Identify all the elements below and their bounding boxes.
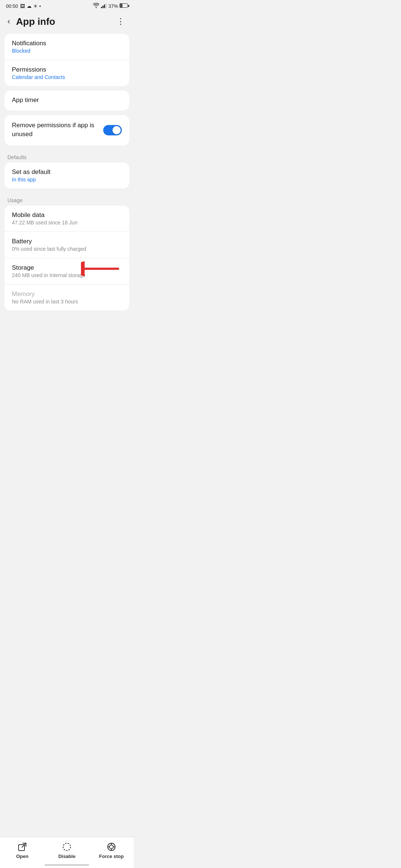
svg-rect-3 bbox=[105, 3, 107, 8]
notifications-subtitle: Blocked bbox=[12, 48, 122, 54]
notifications-title: Notifications bbox=[12, 40, 122, 47]
set-as-default-item[interactable]: Set as default In this app bbox=[4, 162, 129, 188]
status-right: 37% bbox=[93, 3, 128, 9]
status-left: 00:50 🖼 ☁ ✳ ● bbox=[6, 3, 41, 9]
usage-label: Usage bbox=[0, 193, 134, 206]
page-title: App info bbox=[16, 16, 114, 27]
svg-rect-0 bbox=[101, 7, 102, 8]
remove-permissions-title: Remove permissions if app is unused bbox=[12, 121, 103, 139]
permissions-subtitle: Calendar and Contacts bbox=[12, 74, 122, 80]
mobile-data-item[interactable]: Mobile data 47.22 MB used since 18 Jun bbox=[4, 206, 129, 232]
dot-icon: ● bbox=[39, 4, 41, 8]
defaults-label: Defaults bbox=[0, 150, 134, 162]
set-as-default-title: Set as default bbox=[12, 168, 122, 176]
defaults-card: Set as default In this app bbox=[4, 162, 129, 188]
remove-permissions-item[interactable]: Remove permissions if app is unused bbox=[4, 115, 129, 145]
notifications-permissions-card: Notifications Blocked Permissions Calend… bbox=[4, 34, 129, 86]
fan-icon: ✳ bbox=[33, 3, 38, 9]
cloud-icon: ☁ bbox=[27, 3, 32, 9]
red-arrow-annotation bbox=[81, 261, 122, 277]
mobile-data-subtitle: 47.22 MB used since 18 Jun bbox=[12, 220, 122, 226]
set-as-default-subtitle: In this app bbox=[12, 177, 122, 183]
signal-icon bbox=[101, 3, 107, 9]
remove-permissions-toggle[interactable] bbox=[103, 125, 122, 135]
photo-icon: 🖼 bbox=[20, 3, 25, 9]
battery-item[interactable]: Battery 0% used since last fully charged bbox=[4, 232, 129, 258]
battery-subtitle: 0% used since last fully charged bbox=[12, 246, 122, 252]
notifications-item[interactable]: Notifications Blocked bbox=[4, 34, 129, 60]
more-options-button[interactable]: ⋮ bbox=[114, 15, 128, 28]
app-timer-item[interactable]: App timer bbox=[4, 91, 129, 111]
app-header: ‹ App info ⋮ bbox=[0, 11, 134, 34]
usage-section: Usage Mobile data 47.22 MB used since 18… bbox=[0, 193, 134, 310]
usage-card: Mobile data 47.22 MB used since 18 Jun B… bbox=[4, 206, 129, 310]
svg-rect-1 bbox=[102, 6, 104, 8]
wifi-icon bbox=[93, 3, 100, 9]
battery-title: Battery bbox=[12, 238, 122, 245]
memory-subtitle: No RAM used in last 3 hours bbox=[12, 299, 122, 305]
battery-icon-display bbox=[120, 3, 128, 9]
memory-title: Memory bbox=[12, 290, 122, 298]
mobile-data-title: Mobile data bbox=[12, 211, 122, 219]
battery-percentage: 37% bbox=[108, 3, 118, 9]
permissions-item[interactable]: Permissions Calendar and Contacts bbox=[4, 60, 129, 86]
status-bar: 00:50 🖼 ☁ ✳ ● 37% bbox=[0, 0, 134, 11]
time-display: 00:50 bbox=[6, 3, 18, 9]
app-timer-card: App timer bbox=[4, 91, 129, 111]
page-content: Notifications Blocked Permissions Calend… bbox=[0, 34, 134, 348]
defaults-section: Defaults Set as default In this app bbox=[0, 150, 134, 188]
memory-item[interactable]: Memory No RAM used in last 3 hours bbox=[4, 285, 129, 310]
app-timer-title: App timer bbox=[12, 96, 122, 104]
remove-permissions-card: Remove permissions if app is unused bbox=[4, 115, 129, 145]
storage-item[interactable]: Storage 240 MB used in Internal storage bbox=[4, 258, 129, 285]
remove-permissions-row: Remove permissions if app is unused bbox=[12, 121, 122, 139]
back-button[interactable]: ‹ bbox=[6, 15, 12, 28]
permissions-title: Permissions bbox=[12, 66, 122, 73]
svg-rect-2 bbox=[104, 4, 105, 8]
